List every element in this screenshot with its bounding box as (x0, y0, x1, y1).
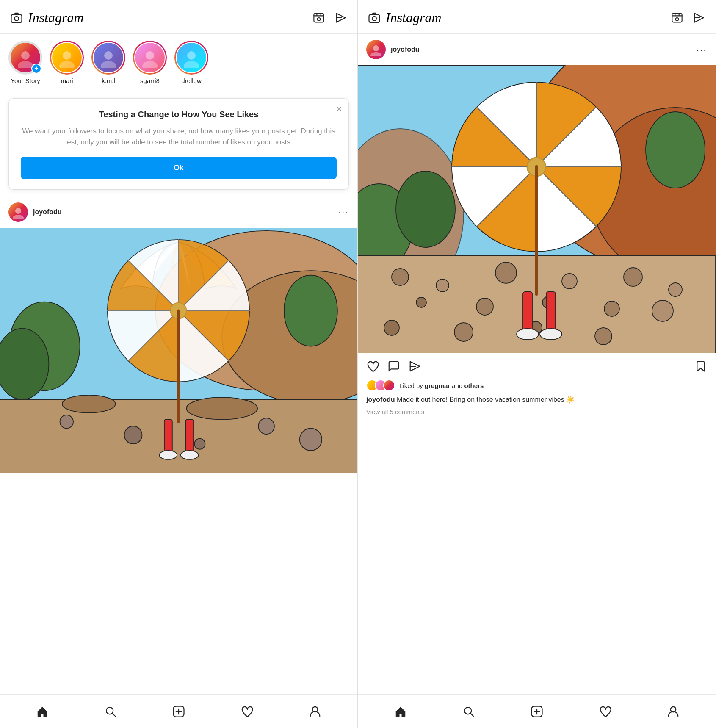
svg-point-69 (392, 269, 409, 285)
add-nav-icon[interactable] (171, 704, 186, 719)
post-more-options[interactable]: ··· (338, 210, 349, 215)
svg-point-28 (124, 426, 142, 444)
svg-point-13 (142, 61, 158, 68)
header-right (312, 11, 347, 24)
story-drellew[interactable]: drellew (174, 41, 208, 84)
home-nav-icon[interactable] (393, 704, 408, 719)
like-button[interactable] (366, 360, 379, 373)
svg-point-25 (62, 395, 116, 413)
add-story-button[interactable]: + (31, 64, 41, 74)
instagram-logo: Instagram (386, 10, 442, 25)
save-button[interactable] (694, 360, 707, 373)
add-nav-icon[interactable] (529, 704, 545, 719)
right-header: Instagram (358, 0, 716, 34)
liked-text: Liked by gregmar and others (399, 382, 484, 389)
story-label: mari (61, 77, 73, 84)
heart-nav-icon[interactable] (239, 704, 254, 719)
svg-rect-0 (11, 14, 22, 22)
post-avatar (8, 202, 28, 222)
popup-close-button[interactable]: × (337, 105, 342, 113)
svg-rect-44 (185, 420, 194, 455)
story-ring (91, 41, 125, 75)
svg-point-75 (416, 297, 426, 307)
svg-point-22 (0, 329, 49, 400)
svg-point-1 (14, 16, 19, 20)
profile-nav-icon[interactable] (307, 704, 323, 719)
story-your-story[interactable]: + Your Story (8, 41, 42, 84)
svg-point-6 (21, 51, 30, 60)
svg-point-45 (159, 451, 177, 459)
home-nav-icon[interactable] (35, 704, 50, 719)
svg-point-72 (562, 274, 577, 289)
right-post-meta: Liked by gregmar and others joyofodu Mad… (358, 379, 716, 419)
header-right (671, 11, 705, 24)
svg-point-23 (284, 275, 337, 346)
view-comments-link[interactable]: View all 5 comments (366, 408, 707, 415)
svg-point-78 (604, 301, 619, 316)
svg-rect-94 (523, 292, 532, 334)
svg-point-60 (370, 52, 381, 56)
search-nav-icon[interactable] (461, 704, 476, 719)
svg-point-30 (194, 439, 205, 449)
svg-point-3 (318, 18, 321, 21)
popup-ok-button[interactable]: Ok (21, 157, 337, 179)
story-label: k.m.l (102, 77, 115, 84)
story-label: sgarri8 (140, 77, 160, 84)
post-username: joyofodu (33, 208, 62, 216)
svg-point-10 (104, 51, 113, 60)
story-avatar (135, 43, 165, 72)
svg-point-12 (146, 51, 154, 60)
liked-avatar-3 (383, 379, 395, 391)
share-button[interactable] (409, 360, 421, 373)
post-more-options[interactable]: ··· (696, 47, 707, 52)
svg-point-27 (60, 415, 73, 428)
svg-point-59 (373, 45, 379, 51)
story-label: Your Story (11, 77, 40, 84)
profile-nav-icon[interactable] (666, 704, 681, 719)
right-bottom-nav (358, 694, 716, 728)
svg-point-73 (624, 268, 642, 286)
reels-icon[interactable] (312, 11, 325, 24)
svg-point-11 (101, 61, 116, 68)
svg-point-46 (181, 451, 199, 459)
post-image (0, 228, 357, 473)
camera-icon[interactable] (10, 11, 23, 24)
story-mari[interactable]: mari (50, 41, 84, 84)
svg-point-67 (646, 112, 705, 188)
story-label: drellew (181, 77, 202, 84)
comment-button[interactable] (387, 360, 400, 373)
post-username: joyofodu (391, 46, 420, 53)
right-panel: Instagram (358, 0, 716, 728)
story-ring (50, 41, 84, 75)
heart-nav-icon[interactable] (597, 704, 613, 719)
svg-rect-53 (369, 14, 380, 22)
left-panel: Instagram (0, 0, 358, 728)
search-nav-icon[interactable] (103, 704, 118, 719)
svg-rect-43 (164, 420, 172, 455)
svg-point-54 (372, 16, 376, 20)
svg-point-56 (676, 18, 679, 21)
story-sgarri8[interactable]: sgarri8 (133, 41, 167, 84)
svg-line-48 (113, 713, 116, 716)
right-post-header: joyofodu ··· (358, 34, 716, 65)
story-kml[interactable]: k.m.l (91, 41, 125, 84)
left-post: joyofodu ··· (0, 197, 357, 473)
post-caption: joyofodu Made it out here! Bring on thos… (366, 395, 707, 405)
post-user: joyofodu (366, 40, 420, 59)
camera-icon[interactable] (368, 11, 381, 24)
paper-plane-icon[interactable] (335, 11, 347, 24)
svg-line-101 (470, 713, 473, 716)
svg-point-96 (517, 329, 539, 340)
paper-plane-icon[interactable] (693, 11, 705, 24)
svg-point-31 (300, 428, 322, 450)
liked-avatars (366, 379, 395, 391)
reels-icon[interactable] (671, 11, 683, 24)
svg-point-8 (63, 51, 71, 60)
svg-point-7 (18, 61, 33, 68)
svg-point-81 (454, 323, 473, 341)
svg-point-29 (258, 418, 274, 434)
popup-body: We want your followers to focus on what … (21, 126, 337, 147)
svg-rect-95 (546, 292, 556, 334)
svg-point-97 (540, 329, 562, 340)
svg-point-71 (495, 262, 517, 283)
